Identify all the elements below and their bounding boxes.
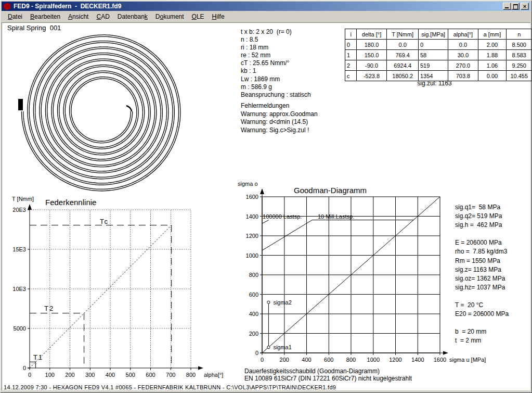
material-line: Rm = 1550 MPa [455, 257, 509, 265]
menu-item-hilfe[interactable]: Hilfe [209, 12, 228, 21]
material-data: sig.q1= 58 MPasig.q2= 519 MPasig.h = 462… [455, 203, 509, 346]
svg-text:sigma1: sigma1 [273, 344, 291, 350]
svg-text:800: 800 [186, 372, 196, 378]
window-controls: × [503, 3, 530, 10]
material-line: sig.h = 462 MPa [455, 221, 509, 230]
svg-text:800: 800 [346, 357, 356, 363]
results-table: idelta [°]T [Nmm]sig.[MPa]alpha[°]a [mm]… [345, 29, 532, 81]
results-table-cell: 270.0 [448, 60, 478, 71]
spring-parameter-line: m : 586.9 g [241, 83, 311, 91]
svg-text:1200: 1200 [246, 233, 258, 239]
spring-drawing [9, 27, 198, 193]
results-table-cell: 2 [345, 60, 357, 71]
results-table-row: 0180.00.000.02.008.500 [345, 40, 532, 50]
svg-text:1600: 1600 [434, 357, 446, 363]
svg-text:100: 100 [45, 372, 55, 378]
svg-text:0: 0 [261, 357, 264, 363]
svg-text:1400: 1400 [246, 213, 258, 220]
caption-line: EN 10089 61SiCr7 (DIN 17221 60SiCr7) nic… [244, 375, 412, 382]
svg-text:1000: 1000 [367, 357, 380, 363]
warning-messages: FehlermeldungenWarnung: approx.GoodmanWa… [241, 102, 318, 134]
stress-point-sigma1 [267, 346, 270, 349]
svg-text:200: 200 [65, 372, 74, 378]
svg-text:1400: 1400 [411, 357, 424, 363]
svg-text:500: 500 [126, 372, 135, 378]
svg-text:1600: 1600 [246, 194, 258, 200]
spring-inner-hook [126, 106, 132, 111]
results-table-wrap: idelta [°]T [Nmm]sig.[MPa]alpha[°]a [mm]… [345, 29, 532, 81]
svg-text:10E3: 10E3 [12, 286, 26, 292]
svg-text:0: 0 [28, 372, 31, 378]
svg-text:T [Nmm]: T [Nmm] [12, 196, 34, 202]
results-table-cell: 0.0 [387, 40, 419, 50]
menu-item-cad[interactable]: CAD [93, 12, 112, 21]
results-table-header: a [mm] [478, 29, 507, 40]
svg-text:600: 600 [249, 291, 258, 298]
svg-text:5000: 5000 [14, 325, 26, 332]
close-icon: × [521, 3, 528, 9]
results-table-cell: 58 [418, 50, 448, 60]
maximize-icon [513, 4, 518, 9]
spring-parameter-line: re : 52 mm [241, 52, 311, 59]
results-table-cell: 6924.4 [387, 60, 419, 71]
svg-text:Federkennlinie: Federkennlinie [45, 198, 96, 207]
svg-text:600: 600 [324, 357, 333, 363]
svg-text:800: 800 [249, 272, 258, 278]
maximize-button[interactable] [511, 3, 520, 10]
svg-text:400: 400 [302, 357, 311, 363]
results-table-header: delta [°] [356, 29, 387, 40]
material-line: sig.z= 1163 MPa [455, 265, 509, 274]
goodman-caption: Dauerfestigkeitsschaubild (Goodman-Diagr… [244, 367, 412, 382]
menu-item-datenbank[interactable]: Datenbank [114, 12, 151, 21]
material-line: sig.q2= 519 MPa [455, 212, 509, 221]
spring-parameter-line: cT : 25.65 Nmm/° [241, 59, 311, 67]
results-table-cell: 1 [345, 50, 357, 60]
results-table-header: sig.[MPa] [418, 29, 448, 40]
results-table-header: i [345, 29, 357, 40]
svg-text:200: 200 [249, 331, 258, 337]
results-table-cell: 180.0 [356, 40, 387, 50]
spring-outer-end [18, 99, 23, 110]
svg-text:Tc: Tc [100, 218, 109, 225]
menu-item-datei[interactable]: Datei [5, 12, 25, 21]
results-table-cell: 0.0 [448, 40, 478, 50]
close-button[interactable]: × [521, 3, 529, 10]
menu-item-bearbeiten[interactable]: Bearbeiten [27, 12, 63, 21]
results-table-header: alpha[°] [448, 29, 478, 40]
material-line: E = 206000 MPa [455, 238, 509, 247]
results-table-cell: 519 [418, 60, 448, 71]
results-table-cell: 2.00 [478, 40, 507, 50]
results-table-cell: -90.0 [356, 60, 387, 71]
material-line: sig.hz= 1037 MPa [455, 283, 509, 292]
svg-text:600: 600 [146, 372, 155, 378]
menu-item-ansicht[interactable]: Ansicht [65, 12, 92, 21]
material-line: sig.q1= 58 MPa [455, 203, 509, 212]
results-table-cell: 8.500 [507, 40, 532, 50]
warning-line: Warnung: d<dmin (14.5) [241, 118, 318, 126]
caption-line: Dauerfestigkeitsschaubild (Goodman-Diagr… [244, 367, 412, 375]
svg-text:700: 700 [166, 372, 175, 378]
svg-text:15E3: 15E3 [12, 246, 26, 252]
menu-bar: DateiBearbeitenAnsichtCADDatenbankDokume… [2, 11, 530, 22]
menu-item-ole[interactable]: OLE [189, 12, 207, 21]
svg-text:1200: 1200 [389, 357, 401, 363]
window-title: FED9 - Spiralfedern - DECKER1.fd9 [14, 3, 121, 10]
results-table-cell: 1.06 [478, 60, 507, 71]
menu-item-dokument[interactable]: Dokument [152, 12, 187, 21]
federkennlinie-chart: 01002003004005006007008000500010E315E320… [10, 194, 225, 383]
sig-zul-label: sig.zul: 1163 [345, 80, 524, 87]
status-bar: 14.12.2009 7:30 - HEXAGON FED9 V4.1 #006… [4, 384, 336, 390]
minimize-icon [505, 7, 509, 8]
material-line: rho = 7.85 kg/dm3 [455, 247, 509, 256]
minimize-button[interactable] [503, 3, 511, 10]
results-table-cell: 0 [418, 40, 448, 50]
svg-text:Goodman-Diagramm: Goodman-Diagramm [294, 186, 367, 195]
cycle-label: 100000 Lastsp. [263, 213, 302, 220]
messages-title: Fehlermeldungen [241, 102, 318, 110]
app-spiral-icon [3, 2, 11, 10]
material-line: b = 20 mm [455, 327, 509, 336]
results-table-row: 1150.0769.45830.01.888.583 [345, 50, 532, 60]
svg-text:20E3: 20E3 [12, 207, 26, 213]
title-bar[interactable]: FED9 - Spiralfedern - DECKER1.fd9 × [2, 2, 530, 11]
line-10-mill-lastsp [262, 220, 413, 251]
